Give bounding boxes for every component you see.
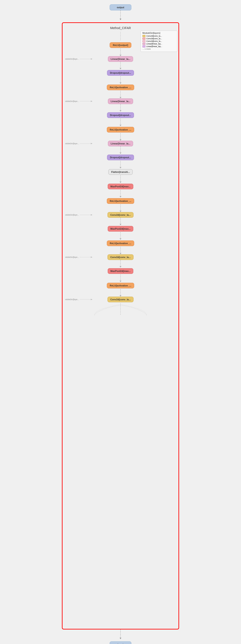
svg-marker-11	[120, 97, 121, 98]
output-node: output	[110, 4, 131, 10]
top-curve-connector	[65, 32, 176, 40]
relu-act4-node: ReLU[activation_...	[107, 240, 134, 246]
dropout1-node: Dropout[dropout...	[107, 70, 134, 76]
linear1-side-label: oduleDict[laye...	[65, 58, 79, 60]
svg-marker-25	[120, 167, 121, 168]
relu-act1-row: ReLU[activation_...	[65, 84, 176, 90]
svg-marker-1	[120, 19, 121, 20]
maxpool3-row: MaxPool2d[max...	[65, 268, 176, 274]
linear2-side-label: oduleDict[laye...	[65, 100, 79, 102]
linear1-node: Linear[linear_la...	[108, 56, 133, 62]
svg-marker-31	[120, 210, 121, 212]
svg-marker-52	[120, 638, 121, 639]
conv2d3-node: Conv2d[conv_la...	[107, 297, 134, 302]
linear1-row: oduleDict[laye... Linear[linear_la...	[65, 56, 176, 62]
dropout2-node: Dropout[dropout...	[107, 112, 134, 118]
dropout1-row: Dropout[dropout...	[65, 70, 176, 76]
maxpool1-row: MaxPool2d[max...	[65, 184, 176, 189]
svg-marker-45	[120, 280, 121, 282]
svg-marker-3	[120, 55, 121, 56]
svg-marker-15	[120, 110, 121, 112]
maxpool2-row: MaxPool2d[max...	[65, 226, 176, 232]
linear2-node: Linear[linear_la...	[108, 98, 133, 104]
conv2d2-side-label: oduleDict[laye...	[65, 256, 79, 258]
svg-marker-21	[91, 143, 93, 144]
conv2d1-row: oduleDict[laye... Conv2d[conv_la...	[65, 212, 176, 218]
bottom-curve-connector	[65, 303, 176, 316]
nodes-column: ReLU[output] oduleDict[laye... Linear[li…	[65, 32, 176, 316]
svg-marker-7	[120, 68, 121, 70]
svg-marker-37	[120, 238, 121, 240]
relu-act2-node: ReLU[activation_...	[107, 127, 134, 132]
relu-act5-row: ReLU[activation_...	[65, 283, 176, 288]
svg-marker-29	[120, 196, 121, 198]
svg-marker-23	[120, 152, 121, 154]
conv2d2-node: Conv2d[conv_la...	[107, 254, 134, 260]
dropout3-row: Dropout[dropout...	[65, 154, 176, 160]
top-connector-svg	[118, 10, 123, 22]
conv2d1-node: Conv2d[conv_la...	[107, 212, 134, 218]
svg-marker-35	[120, 224, 121, 225]
svg-marker-9	[120, 82, 121, 84]
box-title: Method_CIFAR	[65, 26, 176, 30]
dropout3-node: Dropout[dropout...	[107, 154, 134, 160]
bottom-input-node: input	[110, 642, 131, 644]
maxpool3-node: MaxPool2d[max...	[108, 268, 134, 274]
linear2-row: oduleDict[laye... Linear[linear_la...	[65, 98, 176, 104]
relu-output-node: ReLU[output]	[110, 42, 131, 48]
svg-marker-33	[91, 214, 93, 216]
conv2d3-side-label: oduleDict[laye...	[65, 298, 79, 300]
bottom-connector-svg	[118, 630, 123, 642]
relu-act1-node: ReLU[activation_...	[107, 84, 134, 90]
input-node: input	[110, 642, 131, 644]
linear3-side-label: oduleDict[laye...	[65, 142, 79, 145]
relu-output-row: ReLU[output]	[65, 42, 176, 48]
maxpool2-node: MaxPool2d[max...	[108, 226, 134, 232]
svg-marker-27	[120, 182, 121, 183]
outer-container: output Method_CIFAR ModuleDict[layers] C…	[0, 0, 241, 644]
relu-act3-node: ReLU[activation_...	[107, 198, 134, 204]
linear3-row: oduleDict[laye... Linear[linear_la...	[65, 141, 176, 146]
conv2d2-row: oduleDict[laye... Conv2d[conv_la...	[65, 254, 176, 260]
svg-marker-43	[120, 266, 121, 268]
linear3-node: Linear[linear_la...	[108, 141, 133, 146]
svg-marker-17	[120, 125, 121, 126]
dropout2-row: Dropout[dropout...	[65, 112, 176, 118]
svg-marker-39	[120, 253, 121, 254]
svg-marker-49	[91, 299, 93, 300]
svg-marker-47	[120, 295, 121, 297]
main-box: Method_CIFAR ModuleDict[layers] Conv2d[c…	[62, 22, 179, 630]
relu-act3-row: ReLU[activation_...	[65, 198, 176, 204]
svg-marker-41	[91, 256, 93, 258]
svg-marker-19	[120, 139, 121, 141]
svg-marker-5	[91, 58, 93, 60]
relu-act2-row: ReLU[activation_...	[65, 127, 176, 132]
maxpool1-node: MaxPool2d[max...	[108, 184, 134, 189]
relu-act5-node: ReLU[activation_...	[107, 283, 134, 288]
conv2d1-side-label: oduleDict[laye...	[65, 214, 79, 216]
svg-marker-13	[91, 100, 93, 102]
relu-act4-row: ReLU[activation_...	[65, 240, 176, 246]
top-output-node: output	[110, 4, 131, 10]
flatten-row: Flatten[transiti...	[65, 169, 176, 175]
flatten-node: Flatten[transiti...	[108, 169, 133, 175]
conv2d3-row: oduleDict[laye... Conv2d[conv_la...	[65, 297, 176, 302]
